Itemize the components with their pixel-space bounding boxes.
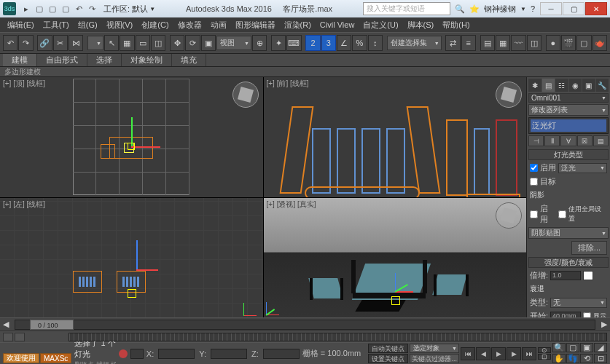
align-button[interactable]: ≡ — [461, 35, 476, 51]
rollout-light-type[interactable]: 灯光类型 — [528, 149, 609, 160]
anim-timeconfig-icon[interactable]: ⊡ — [538, 354, 551, 360]
ribbon-panel-label[interactable]: 多边形建模 — [0, 67, 610, 77]
nav-fov-icon[interactable]: ◢ — [594, 343, 607, 352]
menu-edit[interactable]: 编辑(E) — [3, 18, 39, 32]
multiplier-spinner[interactable]: 1.0 — [550, 271, 581, 280]
autokey-button[interactable]: 自动关键点 — [368, 344, 408, 353]
viewport-top[interactable]: [+] [顶] [线框] — [0, 77, 263, 197]
anim-gotoend-icon[interactable]: ⏭ — [522, 347, 536, 360]
viewport-perspective-label[interactable]: [+] [透视] [真实] — [267, 199, 316, 210]
titlebar-tool-icon[interactable]: ▸ — [20, 3, 32, 15]
undo-button[interactable]: ↶ — [3, 35, 17, 51]
coord-x-field[interactable] — [158, 349, 195, 359]
light-enable-checkbox[interactable] — [530, 164, 538, 172]
subscription-icon[interactable]: ⭐ — [469, 4, 480, 14]
anim-next-icon[interactable]: ▶ — [507, 347, 521, 360]
track-minikey-icon[interactable] — [3, 333, 13, 341]
tab-hierarchy-icon[interactable]: ☷ — [555, 79, 568, 92]
modifier-item[interactable]: 泛光灯 — [531, 119, 606, 132]
titlebar-undo-icon[interactable]: ↶ — [73, 3, 85, 15]
shadow-type-dropdown[interactable]: 阴影贴图 — [528, 227, 609, 239]
ribbon-tab-populate[interactable]: 填充 — [172, 54, 206, 66]
nav-zoom-icon[interactable]: 🔍 — [552, 343, 566, 352]
stack-remove-icon[interactable]: ☒ — [577, 135, 593, 146]
graphite-button[interactable]: ▦ — [496, 35, 510, 51]
menu-group[interactable]: 组(G) — [74, 18, 102, 32]
selection-filter-dropdown[interactable] — [87, 36, 103, 50]
help-icon[interactable]: ? — [531, 4, 535, 13]
ribbon-tab-freeform[interactable]: 自由形式 — [37, 54, 87, 66]
user-name[interactable]: 钢神缘钢 — [484, 4, 516, 15]
tab-create-icon[interactable]: ✱ — [528, 79, 541, 92]
pivot-button[interactable]: ⊕ — [252, 35, 267, 51]
color-swatch[interactable] — [583, 271, 593, 280]
viewcube-icon[interactable] — [496, 202, 522, 229]
window-crossing-button[interactable]: ◫ — [151, 35, 165, 51]
schematic-button[interactable]: ◫ — [527, 35, 541, 51]
render-setup-button[interactable]: 🎬 — [561, 35, 576, 51]
menu-view[interactable]: 视图(V) — [102, 18, 138, 32]
search-icon[interactable]: 🔍 — [455, 4, 465, 14]
link-button[interactable]: 🔗 — [37, 35, 52, 51]
titlebar-save-icon[interactable]: ▢ — [60, 3, 71, 15]
viewport-top-label[interactable]: [+] [顶] [线框] — [3, 79, 45, 89]
minimize-button[interactable]: ─ — [540, 2, 562, 15]
app-logo-icon[interactable]: 3ds — [3, 2, 16, 15]
status-tab-maxscript[interactable]: MAXSc — [40, 353, 71, 363]
rotate-button[interactable]: ⟳ — [185, 35, 200, 51]
track-scale[interactable] — [69, 333, 607, 341]
titlebar-open-icon[interactable]: ▢ — [47, 3, 58, 15]
viewport-left-label[interactable]: [+] [左] [线框] — [3, 199, 45, 210]
viewport-front-label[interactable]: [+] [前] [线框] — [267, 79, 309, 89]
global-checkbox[interactable] — [558, 210, 566, 218]
tab-utilities-icon[interactable]: 🔧 — [596, 79, 609, 92]
ribbon-tab-objectpaint[interactable]: 对象绘制 — [122, 54, 172, 66]
light-type-dropdown[interactable]: 泛光 — [558, 163, 607, 173]
anim-play-icon[interactable]: ▶ — [491, 347, 506, 360]
script-lock-icon[interactable] — [119, 349, 128, 358]
snap-3d-button[interactable]: 3 — [321, 35, 336, 51]
manipulate-button[interactable]: ✦ — [271, 35, 286, 51]
time-prev-icon[interactable]: ◀ — [0, 320, 12, 329]
target-checkbox[interactable] — [530, 178, 538, 186]
bind-spacewarp-button[interactable]: ⋈ — [69, 35, 83, 51]
anim-prev-icon[interactable]: ◀ — [476, 347, 490, 360]
ribbon-tab-modeling[interactable]: 建模 — [3, 54, 37, 66]
nav-orbit-icon[interactable]: ⟲ — [580, 354, 593, 363]
rollout-intensity[interactable]: 强度/颜色/衰减 — [528, 257, 609, 268]
menu-animation[interactable]: 动画 — [206, 18, 231, 32]
nav-zoomall-icon[interactable]: ▢ — [566, 343, 579, 352]
key-filters-button[interactable]: 关键点过滤器... — [410, 354, 459, 363]
viewcube-icon[interactable] — [496, 82, 522, 108]
track-bar[interactable] — [0, 331, 610, 342]
select-region-button[interactable]: ▭ — [136, 35, 150, 51]
menu-grapheditors[interactable]: 图形编辑器 — [231, 18, 280, 32]
status-tab-welcome[interactable]: 欢迎使用 — [3, 353, 39, 363]
anim-gotostart-icon[interactable]: ⏮ — [461, 347, 475, 360]
menu-rendering[interactable]: 渲染(R) — [280, 18, 316, 32]
modifier-dropdown[interactable]: 修改器列表 — [528, 104, 609, 116]
coord-y-field[interactable] — [211, 349, 247, 359]
viewport-perspective[interactable]: [+] [透视] [真实] — [264, 198, 527, 318]
material-editor-button[interactable]: ● — [546, 35, 560, 51]
stack-unique-icon[interactable]: ∀ — [560, 135, 576, 146]
viewport-left[interactable]: [+] [左] [线框] — [0, 198, 263, 318]
nav-maximize-icon[interactable]: ⊡ — [594, 354, 607, 363]
workspace-label[interactable]: 工作区: 默认 — [103, 4, 148, 15]
stack-pin-icon[interactable]: ⊣ — [528, 135, 544, 146]
track-curve-icon[interactable] — [15, 333, 25, 341]
close-button[interactable]: ✕ — [585, 2, 607, 15]
decay-type-dropdown[interactable]: 无 — [550, 298, 607, 308]
render-frame-button[interactable]: ▢ — [576, 35, 591, 51]
titlebar-new-icon[interactable]: ▢ — [34, 3, 45, 15]
menu-create[interactable]: 创建(C) — [137, 18, 173, 32]
decay-show-checkbox[interactable] — [583, 312, 591, 317]
angle-snap-button[interactable]: ∠ — [337, 35, 351, 51]
viewcube-icon[interactable] — [232, 82, 259, 108]
percent-snap-button[interactable]: % — [352, 35, 367, 51]
snap-2d-button[interactable]: 2 — [305, 35, 320, 51]
nav-zoomext-icon[interactable]: ▣ — [580, 343, 593, 352]
stack-show-icon[interactable]: Ⅱ — [544, 135, 560, 146]
decay-start-spinner[interactable]: 40.0mm — [550, 312, 581, 317]
isolate-icon[interactable] — [130, 349, 144, 359]
